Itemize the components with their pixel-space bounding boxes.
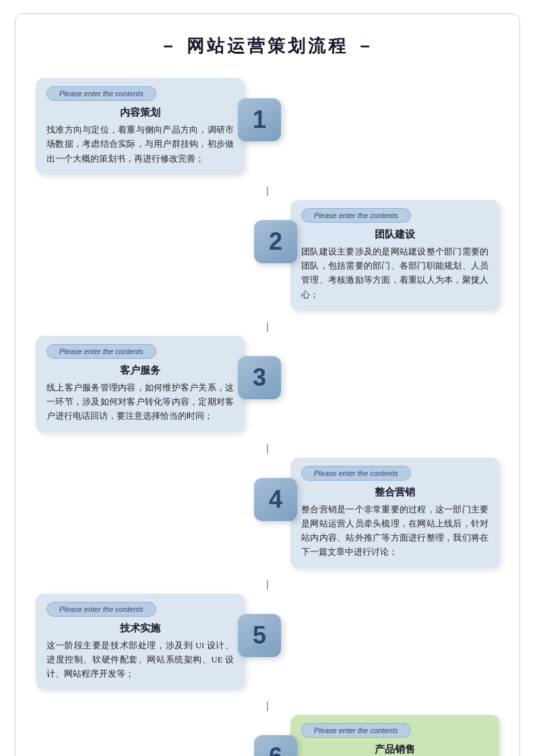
step-wrap-1: Please enter the contents内容策划找准方向与定位，着重与… (36, 78, 499, 193)
step-wrap-6: 6Please enter the contents产品销售所有的一切都是为了销… (36, 715, 499, 756)
content-label-2: Please enter the contents (301, 208, 411, 223)
connector-line (36, 580, 499, 587)
content-label-1: Please enter the contents (46, 86, 156, 101)
content-box-1: Please enter the contents内容策划找准方向与定位，着重与… (36, 78, 245, 174)
step-wrap-2: 2Please enter the contents团队建设团队建设主要涉及的是… (36, 200, 499, 329)
content-box-5: Please enter the contents技术实施这一阶段主要是技术部处… (36, 594, 245, 690)
content-title-5: 技术实施 (46, 622, 234, 635)
step-row-6: 6Please enter the contents产品销售所有的一切都是为了销… (36, 715, 499, 756)
step-row-1: Please enter the contents内容策划找准方向与定位，着重与… (36, 78, 499, 174)
step-row-5: Please enter the contents技术实施这一阶段主要是技术部处… (36, 594, 499, 690)
content-label-3: Please enter the contents (46, 344, 156, 359)
content-label-5: Please enter the contents (46, 602, 156, 617)
content-box-3: Please enter the contents客户服务线上客户服务管理内容，… (36, 336, 245, 432)
step-row-2: 2Please enter the contents团队建设团队建设主要涉及的是… (36, 200, 499, 310)
step-wrap-5: Please enter the contents技术实施这一阶段主要是技术部处… (36, 594, 499, 709)
step-wrap-4: 4Please enter the contents整合营销整合营销是一个非常重… (36, 458, 499, 587)
step-number-6: 6 (254, 735, 297, 756)
content-title-6: 产品销售 (301, 743, 489, 756)
page-title: － 网站运营策划流程 － (36, 34, 499, 58)
content-box-6: Please enter the contents产品销售所有的一切都是为了销售… (290, 715, 499, 756)
content-text-4: 整合营销是一个非常重要的过程，这一部门主要是网站运营人员牵头梳理，在网站上线后，… (301, 503, 489, 560)
step-number-3: 3 (238, 356, 281, 399)
content-title-3: 客户服务 (46, 364, 234, 377)
content-box-4: Please enter the contents整合营销整合营销是一个非常重要… (290, 458, 499, 568)
flow-container: Please enter the contents内容策划找准方向与定位，着重与… (36, 78, 499, 756)
content-text-5: 这一阶段主要是技术部处理，涉及到 UI 设计、进度控制、软硬件配套、网站系统架构… (46, 639, 234, 682)
content-text-3: 线上客户服务管理内容，如何维护客户关系，这一环节，涉及如何对客户转化等内容，定期… (46, 381, 234, 424)
step-number-2: 2 (254, 220, 297, 263)
content-title-4: 整合营销 (301, 486, 489, 499)
connector-line (36, 322, 499, 329)
content-label-4: Please enter the contents (301, 466, 411, 481)
content-title-2: 团队建设 (301, 228, 489, 241)
step-number-4: 4 (254, 478, 297, 521)
content-text-2: 团队建设主要涉及的是网站建设整个部门需要的团队，包括需要的部门、各部门职能规划、… (301, 245, 489, 302)
step-number-5: 5 (238, 614, 281, 657)
content-title-1: 内容策划 (46, 106, 234, 119)
step-wrap-3: Please enter the contents客户服务线上客户服务管理内容，… (36, 336, 499, 451)
connector-line (36, 444, 499, 451)
content-box-2: Please enter the contents团队建设团队建设主要涉及的是网… (290, 200, 499, 310)
connector-line (36, 701, 499, 708)
step-row-4: 4Please enter the contents整合营销整合营销是一个非常重… (36, 458, 499, 568)
content-label-6: Please enter the contents (301, 723, 411, 738)
content-text-1: 找准方向与定位，着重与侧向产品方向，调研市场数据，考虑结合实际，与用户群挂钩，初… (46, 123, 234, 166)
step-number-1: 1 (238, 98, 281, 141)
connector-line (36, 186, 499, 193)
page-container: － 网站运营策划流程 － Please enter the contents内容… (15, 13, 520, 756)
step-row-3: Please enter the contents客户服务线上客户服务管理内容，… (36, 336, 499, 432)
